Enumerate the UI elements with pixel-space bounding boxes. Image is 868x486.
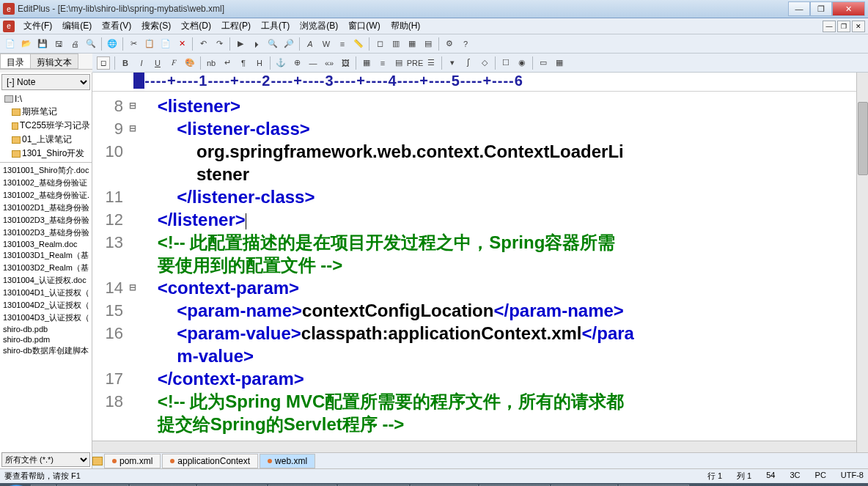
list-icon[interactable]: ☰ [424,56,438,70]
preview-icon[interactable]: 🔍 [84,37,98,51]
ruler: ------+----1----+----2----+----3----+---… [92,73,868,92]
print-icon[interactable]: 🖨 [67,37,82,51]
file-filter[interactable]: 所有文件 (*.*) [1,452,90,467]
horizontal-scrollbar[interactable] [92,441,856,452]
file-list[interactable]: 1301001_Shiro简介.doc 1301002_基础身份验证（ 1301… [0,162,92,451]
inner-minimize[interactable]: — [823,21,836,32]
redo-icon[interactable]: ↷ [212,37,227,51]
font2-icon[interactable]: 𝐹 [166,56,181,70]
new-icon[interactable]: 📄 [3,37,18,51]
help-icon[interactable]: ? [458,37,473,51]
menu-file[interactable]: 文件(F) [19,18,56,34]
window-title: EditPlus - [E:\my-lib\shiro-lib\spring-m… [18,4,788,14]
open-icon[interactable]: 📂 [19,37,34,51]
check-icon[interactable]: ☐ [499,56,513,70]
status-os: PC [815,471,826,482]
paste-icon[interactable]: 📄 [158,37,173,51]
menu-tool[interactable]: 工具(T) [257,18,294,34]
status-col: 列 1 [737,471,751,482]
list-item: 1301004D2_认证授权（有 [3,299,89,312]
table-icon[interactable]: ▦ [359,56,374,70]
tab-directory[interactable]: 目录 [0,54,31,69]
para-icon[interactable]: ¶ [236,56,251,70]
replace-icon[interactable]: 🔎 [282,37,296,51]
split-icon[interactable]: ▥ [389,37,403,51]
play-icon[interactable]: ⏵ [249,37,264,51]
font-icon[interactable]: A [303,37,317,51]
inner-close[interactable]: ✕ [852,21,865,32]
center-icon[interactable]: ≡ [375,56,390,70]
text-cursor [246,213,246,229]
form-icon[interactable]: ▤ [391,56,406,70]
save-icon[interactable]: 💾 [35,37,50,51]
status-enc: UTF-8 [841,471,864,482]
dir-icon[interactable]: ▦ [405,37,419,51]
doc-tab-pom[interactable]: pom.xml [104,454,161,468]
maximize-button[interactable]: ❐ [810,1,832,16]
browser-icon[interactable]: 🌐 [105,37,119,51]
copy-icon[interactable]: 📋 [142,37,157,51]
menu-edit[interactable]: 编辑(E) [58,18,96,34]
status-row: 行 1 [707,471,722,482]
main-toolbar: 📄 📂 💾 🖫 🖨 🔍 🌐 ✂ 📋 📄 ✕ ↶ ↷ ▶ ⏵ 🔍 🔎 A W ≡ … [0,34,868,54]
menu-project[interactable]: 工程(P) [217,18,255,34]
delete-icon[interactable]: ✕ [174,37,189,51]
menu-view[interactable]: 查看(V) [98,18,136,34]
settings-icon[interactable]: ⚙ [442,37,457,51]
color-icon[interactable]: 🎨 [183,56,197,70]
note-select[interactable]: [-] Note [1,74,90,90]
br-icon[interactable]: ↵ [220,56,235,70]
app-icon: e [3,3,15,15]
undo-icon[interactable]: ↶ [196,37,210,51]
heading-icon[interactable]: H [252,56,267,70]
menu-browser[interactable]: 浏览器(B) [295,18,342,34]
select-icon[interactable]: ▾ [445,56,460,70]
menu-document[interactable]: 文档(D) [177,18,216,34]
bold-icon[interactable]: B [118,56,133,70]
ruler-icon[interactable]: 📏 [351,37,366,51]
frame-icon[interactable]: ▭ [536,56,551,70]
pre-icon[interactable]: PRE [408,56,422,70]
list-item: 1301002_基础身份验证.d [3,189,89,202]
nbsp-icon[interactable]: nb [204,56,218,70]
tree-item: TC255班学习记录 [1,119,90,133]
wrap-icon[interactable]: W [319,37,334,51]
target-icon[interactable]: ⊕ [290,56,304,70]
tab-cliptext[interactable]: 剪辑文本 [30,54,78,69]
menu-search[interactable]: 搜索(S) [137,18,175,34]
vertical-scrollbar[interactable] [856,73,868,468]
object-icon[interactable]: ◇ [477,56,492,70]
radio-icon[interactable]: ◉ [515,56,529,70]
list-item: shiro-db.pdm [3,334,89,345]
menu-window[interactable]: 窗口(W) [344,18,384,34]
code-area[interactable]: 8⊟ <listener> 9⊟ <listener-class> 10 org… [92,92,868,438]
grid-icon[interactable]: ▦ [552,56,567,70]
image-icon[interactable]: 🖼 [338,56,353,70]
find-icon[interactable]: 🔍 [265,37,280,51]
linenum-icon[interactable]: ≡ [335,37,350,51]
saveall-icon[interactable]: 🖫 [51,37,66,51]
list-item: 1301001_Shiro简介.doc [3,164,89,177]
fullscreen-icon[interactable]: ◻ [372,37,387,51]
italic-icon[interactable]: I [134,56,149,70]
minimize-button[interactable]: — [788,1,810,16]
pane-toggle[interactable]: ◻ [97,56,110,70]
doc-tab-webxml[interactable]: web.xml [260,454,315,468]
close-button[interactable]: ✕ [832,1,865,16]
sidebar-tabs: 目录 剪辑文本 [0,54,92,70]
comment-icon[interactable]: «» [322,56,336,70]
output-icon[interactable]: ▤ [421,37,435,51]
editor[interactable]: ------+----1----+----2----+----3----+---… [92,73,868,468]
cut-icon[interactable]: ✂ [126,37,141,51]
script-icon[interactable]: ʃ [461,56,476,70]
record-icon[interactable]: ▶ [233,37,248,51]
directory-tree[interactable]: I:\ 期班笔记 TC255班学习记录 01_上课笔记 1301_Shiro开发 [0,92,92,162]
menu-help[interactable]: 帮助(H) [386,18,425,34]
doc-tab-appctx[interactable]: applicationContext [162,454,258,468]
inner-restore[interactable]: ❐ [837,21,850,32]
hr-icon[interactable]: — [306,56,320,70]
folder-open-icon[interactable] [92,457,103,465]
underline-icon[interactable]: U [150,56,165,70]
list-item: 1301002D1_基础身份验证 [3,202,89,214]
anchor-icon[interactable]: ⚓ [273,56,288,70]
